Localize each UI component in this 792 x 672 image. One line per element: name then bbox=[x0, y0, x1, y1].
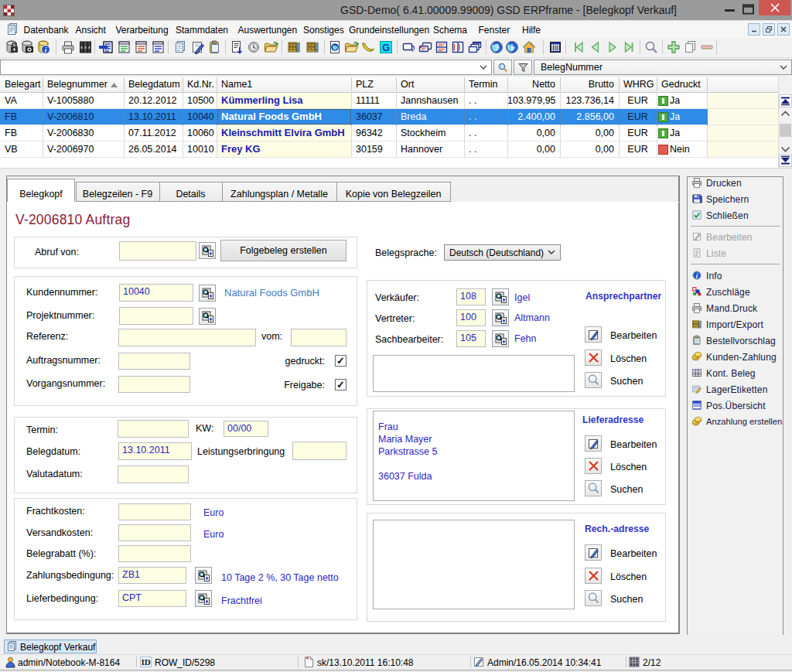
svg-text:1010: 1010 bbox=[693, 404, 702, 408]
svg-text:G: G bbox=[382, 42, 390, 53]
svg-text:i: i bbox=[511, 43, 514, 52]
svg-text:?: ? bbox=[494, 43, 499, 52]
